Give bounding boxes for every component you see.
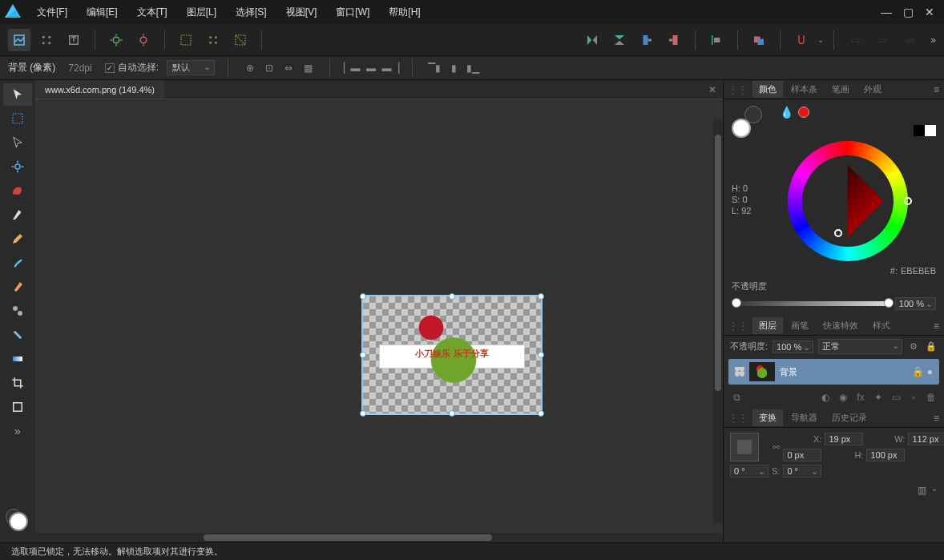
selection-handle-se[interactable] [538,410,544,417]
tools-more-icon[interactable]: » [14,425,21,437]
close-tab-icon[interactable]: ✕ [708,84,723,95]
panel-menu-icon[interactable]: ≡ [934,84,939,95]
opacity-slider[interactable] [732,301,890,306]
s-value[interactable]: 0 °⌄ [783,465,821,477]
canvas-viewport[interactable]: 小刀娱乐 乐于分享 [35,99,723,533]
brush-tool-icon[interactable] [3,252,32,274]
panel-menu-icon[interactable]: ≡ [934,413,939,424]
selection-handle-sw[interactable] [360,410,366,417]
menu-select[interactable]: 选择[S] [228,2,275,22]
layer-fx-icon[interactable]: fx [854,391,867,404]
menu-help[interactable]: 帮助[H] [381,2,428,22]
pencil-tool-icon[interactable] [3,228,32,250]
layer-visibility-icon[interactable] [735,367,744,377]
tab-navigator[interactable]: 导航器 [785,409,824,426]
lasso-tool-icon[interactable] [3,179,32,202]
select-all-icon[interactable] [175,29,197,51]
selection-handle-nw[interactable] [360,293,366,300]
color-swatches[interactable] [6,509,30,533]
tab-color[interactable]: 颜色 [752,81,783,98]
eyedropper-icon[interactable]: 💧 [780,106,793,119]
snapping-icon[interactable] [790,29,813,51]
selection-handle-e[interactable] [538,352,544,358]
default-swatches[interactable] [914,125,936,136]
y-value[interactable]: 0 px [783,449,821,461]
hex-value[interactable]: EBEBEB [901,266,936,276]
tab-brushes[interactable]: 画笔 [785,317,815,334]
tab-swatches[interactable]: 样本条 [785,81,824,98]
canvas-image[interactable]: 小刀娱乐 乐于分享 [361,295,543,415]
tab-layers[interactable]: 图层 [752,317,783,334]
layer-visible-indicator-icon[interactable]: ● [927,366,933,377]
rotate-ccw-icon[interactable] [635,29,658,51]
r-value[interactable]: 0 °⌄ [730,465,769,477]
arrange-icon[interactable] [748,29,770,51]
crop-tool-icon[interactable] [3,372,32,394]
color-replace-tool-icon[interactable] [3,276,32,298]
minimize-button[interactable]: — [881,6,892,18]
gear-tool-icon[interactable] [3,155,32,178]
menu-text[interactable]: 文本[T] [129,2,175,22]
panel-color-swatches[interactable] [732,106,764,138]
layer-adjust-icon[interactable]: ◉ [837,391,849,404]
align-left-icon[interactable] [705,29,728,51]
transform-anchor[interactable] [730,433,759,461]
x-value[interactable]: 19 px [825,433,863,445]
layer-opacity-select[interactable]: 100 % [773,340,813,353]
horizontal-scrollbar[interactable] [35,533,723,542]
persona-export-icon[interactable] [63,29,85,51]
tab-styles[interactable]: 样式 [866,317,897,334]
gradient-tool-icon[interactable] [3,348,32,370]
marquee-tool-icon[interactable] [3,107,32,130]
transform-align-icon[interactable]: ▥ [915,484,928,497]
invert-selection-icon[interactable] [229,29,252,51]
align-center-h-icon[interactable]: ▬ [362,59,380,77]
opacity-value[interactable]: 100 % [895,297,936,310]
layer-live-icon[interactable]: ✦ [872,391,885,404]
layer-mask-icon[interactable]: ◐ [819,391,832,404]
selection-handle-s[interactable] [449,410,455,417]
auto-select-dropdown[interactable]: 默认 [167,60,215,75]
develop-icon[interactable] [105,29,127,51]
selection-handle-w[interactable] [360,352,366,358]
layer-gear-icon[interactable]: ⚙ [907,340,920,353]
move-tool-icon[interactable] [3,83,32,106]
selection-handle-ne[interactable] [538,293,544,300]
h-value[interactable]: 100 px [866,449,905,461]
sv-handle[interactable] [834,229,842,237]
vertical-scrollbar[interactable] [713,119,723,523]
panel-menu-icon[interactable]: ≡ [934,320,939,332]
blend-mode-select[interactable]: 正常 [818,339,902,354]
align-bottom-icon[interactable]: ▮▁ [464,59,482,77]
layer-copy-icon[interactable]: ⧉ [730,391,743,404]
rotate-cw-icon[interactable] [663,29,685,51]
context-dpi[interactable]: 72dpi [63,61,96,75]
layer-folder-icon[interactable]: ▭ [890,391,902,404]
align-top-icon[interactable]: ▔▮ [426,59,443,77]
ctx-grid-icon[interactable]: ▦ [299,59,317,77]
tab-effects[interactable]: 快速特效 [817,317,865,334]
ctx-transform-center-icon[interactable]: ⊕ [241,59,259,77]
align-left-icon[interactable]: ▏▬ [343,59,361,77]
clone-tool-icon[interactable] [3,300,32,322]
layer-lock-icon[interactable]: 🔒 [925,340,938,353]
toolbar-chevron-icon[interactable]: » [930,34,936,46]
pen-tool-icon[interactable] [3,203,32,226]
eyedropper-swatch[interactable] [798,107,809,118]
tone-map-icon[interactable] [132,29,155,51]
menu-window[interactable]: 窗口[W] [328,2,377,22]
healing-tool-icon[interactable] [3,324,32,346]
node-tool-icon[interactable] [3,131,32,154]
color-wheel[interactable] [788,141,908,261]
maximize-button[interactable]: ▢ [903,6,914,18]
tab-history[interactable]: 历史记录 [825,409,873,426]
layer-delete-icon[interactable]: 🗑 [925,391,938,404]
foreground-color-icon[interactable] [9,512,28,531]
layer-item[interactable]: 背景 🔒 ● [728,359,939,385]
hue-handle[interactable] [904,197,912,205]
deselect-icon[interactable] [202,29,224,51]
rectangle-tool-icon[interactable] [3,396,32,418]
w-value[interactable]: 112 px [908,433,944,445]
context-auto-select[interactable]: ✓ 自动选择: [105,61,159,75]
tab-transform[interactable]: 变换 [752,409,783,426]
